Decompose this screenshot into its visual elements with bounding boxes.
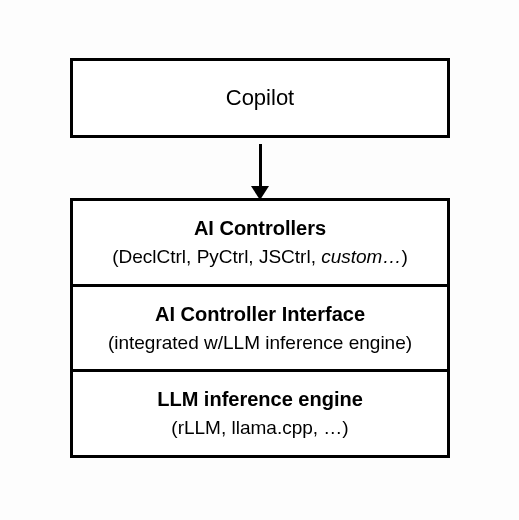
llm-inference-engine-box: LLM inference engine (rLLM, llama.cpp, …… [70,369,450,458]
architecture-diagram: Copilot AI Controllers (DeclCtrl, PyCtrl… [70,58,450,458]
llm-inference-engine-title: LLM inference engine [83,386,437,413]
ai-controllers-box: AI Controllers (DeclCtrl, PyCtrl, JSCtrl… [70,198,450,287]
arrow-down-icon [70,138,450,198]
copilot-label: Copilot [226,83,294,113]
ai-controller-interface-box: AI Controller Interface (integrated w/LL… [70,284,450,373]
layer-stack: AI Controllers (DeclCtrl, PyCtrl, JSCtrl… [70,198,450,458]
ai-controllers-sub: (DeclCtrl, PyCtrl, JSCtrl, custom…) [83,244,437,270]
ai-controller-interface-sub: (integrated w/LLM inference engine) [83,330,437,356]
llm-inference-engine-sub: (rLLM, llama.cpp, …) [83,415,437,441]
ai-controllers-title: AI Controllers [83,215,437,242]
ai-controller-interface-title: AI Controller Interface [83,301,437,328]
copilot-box: Copilot [70,58,450,138]
